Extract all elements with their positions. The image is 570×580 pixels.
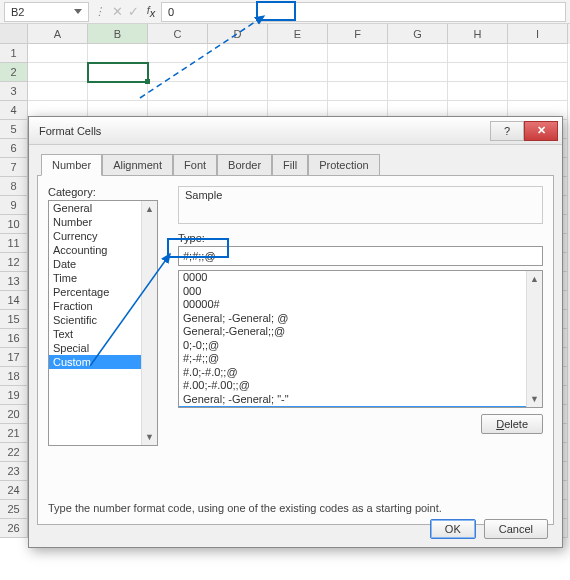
dialog-titlebar[interactable]: Format Cells ? ✕ (29, 117, 562, 145)
cancel-icon[interactable]: ✕ (109, 4, 125, 19)
cancel-button[interactable]: Cancel (484, 519, 548, 539)
row-header-9[interactable]: 9 (0, 196, 28, 215)
col-header-F[interactable]: F (328, 24, 388, 44)
cell-C3[interactable] (148, 82, 208, 101)
cell-D2[interactable] (208, 63, 268, 82)
delete-button[interactable]: Delete (481, 414, 543, 434)
cell-I2[interactable] (508, 63, 568, 82)
cell-H1[interactable] (448, 44, 508, 63)
category-list[interactable]: GeneralNumberCurrencyAccountingDateTimeP… (48, 200, 158, 446)
tab-protection[interactable]: Protection (308, 154, 380, 176)
format-item[interactable]: 000 (179, 285, 542, 299)
name-box[interactable]: B2 (4, 2, 89, 22)
col-header-D[interactable]: D (208, 24, 268, 44)
row-header-22[interactable]: 22 (0, 443, 28, 462)
col-header-G[interactable]: G (388, 24, 448, 44)
scrollbar[interactable]: ▲▼ (526, 271, 542, 407)
format-item[interactable]: #.0;-#.0;;@ (179, 366, 542, 380)
row-header-12[interactable]: 12 (0, 253, 28, 272)
help-button[interactable]: ? (490, 121, 524, 141)
cell-G1[interactable] (388, 44, 448, 63)
col-header-B[interactable]: B (88, 24, 148, 44)
row-header-25[interactable]: 25 (0, 500, 28, 519)
format-item[interactable]: General;-General;;@ (179, 325, 542, 339)
format-item[interactable]: General; -General; @ (179, 312, 542, 326)
cell-G2[interactable] (388, 63, 448, 82)
cell-E3[interactable] (268, 82, 328, 101)
row-header-23[interactable]: 23 (0, 462, 28, 481)
cell-E1[interactable] (268, 44, 328, 63)
cell-C2[interactable] (148, 63, 208, 82)
row-header-21[interactable]: 21 (0, 424, 28, 443)
tab-alignment[interactable]: Alignment (102, 154, 173, 176)
format-item[interactable]: 0000 (179, 271, 542, 285)
row-header-11[interactable]: 11 (0, 234, 28, 253)
tab-number[interactable]: Number (41, 154, 102, 176)
format-item[interactable]: #;#;;@ (179, 406, 542, 408)
formula-bar[interactable]: 0 (161, 2, 566, 22)
row-header-17[interactable]: 17 (0, 348, 28, 367)
cell-B1[interactable] (88, 44, 148, 63)
cell-D3[interactable] (208, 82, 268, 101)
type-input[interactable] (178, 246, 543, 266)
row-header-4[interactable]: 4 (0, 101, 28, 120)
cell-I3[interactable] (508, 82, 568, 101)
cell-B3[interactable] (88, 82, 148, 101)
cell-A2[interactable] (28, 63, 88, 82)
cell-H2[interactable] (448, 63, 508, 82)
format-list[interactable]: 000000000000#General; -General; @General… (178, 270, 543, 408)
tab-fill[interactable]: Fill (272, 154, 308, 176)
row-header-7[interactable]: 7 (0, 158, 28, 177)
col-header-E[interactable]: E (268, 24, 328, 44)
row-header-26[interactable]: 26 (0, 519, 28, 538)
scrollbar[interactable]: ▲▼ (141, 201, 157, 445)
col-header-I[interactable]: I (508, 24, 568, 44)
tab-font[interactable]: Font (173, 154, 217, 176)
format-item[interactable]: #;-#;;@ (179, 352, 542, 366)
row-header-19[interactable]: 19 (0, 386, 28, 405)
dropdown-icon[interactable] (74, 9, 82, 14)
row-header-24[interactable]: 24 (0, 481, 28, 500)
row-header-2[interactable]: 2 (0, 63, 28, 82)
row-header-13[interactable]: 13 (0, 272, 28, 291)
col-header-C[interactable]: C (148, 24, 208, 44)
cell-F1[interactable] (328, 44, 388, 63)
row-header-15[interactable]: 15 (0, 310, 28, 329)
cell-E2[interactable] (268, 63, 328, 82)
row-header-3[interactable]: 3 (0, 82, 28, 101)
cell-G3[interactable] (388, 82, 448, 101)
cell-F2[interactable] (328, 63, 388, 82)
row-header-1[interactable]: 1 (0, 44, 28, 63)
col-header-H[interactable]: H (448, 24, 508, 44)
col-header-A[interactable]: A (28, 24, 88, 44)
ok-button[interactable]: OK (430, 519, 476, 539)
cell-D1[interactable] (208, 44, 268, 63)
format-item[interactable]: General; -General; "-" (179, 393, 542, 407)
cell-B2[interactable] (88, 63, 148, 82)
cell-C1[interactable] (148, 44, 208, 63)
cell-A1[interactable] (28, 44, 88, 63)
tab-border[interactable]: Border (217, 154, 272, 176)
row-header-16[interactable]: 16 (0, 329, 28, 348)
row-header-14[interactable]: 14 (0, 291, 28, 310)
cell-F3[interactable] (328, 82, 388, 101)
format-item[interactable]: 0;-0;;@ (179, 339, 542, 353)
type-label: Type: (178, 232, 543, 244)
format-item[interactable]: #.00;-#.00;;@ (179, 379, 542, 393)
close-button[interactable]: ✕ (524, 121, 558, 141)
cell-H3[interactable] (448, 82, 508, 101)
cell-A3[interactable] (28, 82, 88, 101)
select-all-corner[interactable] (0, 24, 28, 44)
accept-icon[interactable]: ✓ (125, 4, 141, 19)
row-header-10[interactable]: 10 (0, 215, 28, 234)
row-header-18[interactable]: 18 (0, 367, 28, 386)
row-header-8[interactable]: 8 (0, 177, 28, 196)
sample-box: Sample (178, 186, 543, 224)
cell-I1[interactable] (508, 44, 568, 63)
row-header-6[interactable]: 6 (0, 139, 28, 158)
row-header-5[interactable]: 5 (0, 120, 28, 139)
fx-icon[interactable]: fx (141, 4, 161, 19)
row-header-20[interactable]: 20 (0, 405, 28, 424)
name-box-value: B2 (11, 6, 24, 18)
format-item[interactable]: 00000# (179, 298, 542, 312)
